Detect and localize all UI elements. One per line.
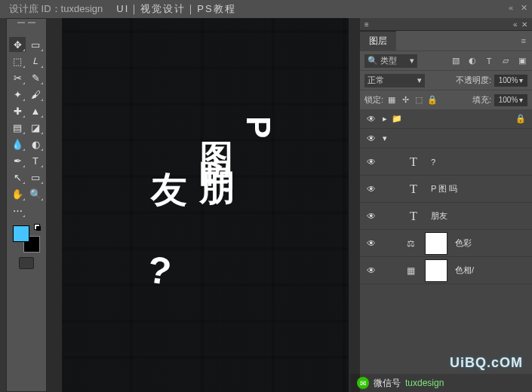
- dock-strip: [0, 18, 6, 392]
- swap-colors-icon[interactable]: [34, 224, 42, 231]
- layer-name: ?: [431, 158, 532, 167]
- hand-tool[interactable]: ✋: [9, 186, 26, 201]
- pen-tool[interactable]: ✒: [9, 153, 26, 168]
- lasso-tool[interactable]: 𝘓: [27, 54, 44, 69]
- document[interactable]: 朋友 P 图 吗 ?: [62, 18, 349, 392]
- layer-row[interactable]: 👁T?: [360, 149, 532, 176]
- chevron-down-icon: ▾: [417, 75, 422, 85]
- wechat-icon: ✉: [357, 377, 369, 389]
- lock-position-icon[interactable]: ✢: [400, 95, 411, 106]
- move-tool[interactable]: ✥: [9, 37, 26, 52]
- top-bar: 设计庶 ID：tuxdesign UI｜视觉设计｜PS教程: [0, 0, 532, 18]
- layer-row[interactable]: 👁T朋友: [360, 203, 532, 230]
- watermark: UiBQ.cOM: [450, 355, 523, 371]
- page-subtitle: UI｜视觉设计｜PS教程: [116, 2, 235, 16]
- layer-row[interactable]: 👁⚖色彩: [360, 230, 532, 257]
- filter-kind-select[interactable]: 🔍 类型 ▾: [364, 54, 417, 68]
- adjustment-icon: ▦: [404, 264, 417, 277]
- blur-tool[interactable]: 💧: [9, 136, 26, 152]
- layer-list: 👁▸📁🔒👁▾👁T?👁TP 图 吗👁T朋友👁⚖色彩👁▦色相/: [360, 109, 532, 392]
- tab-layers[interactable]: 图层: [360, 31, 396, 51]
- chevron-down-icon[interactable]: ▾: [383, 133, 387, 143]
- layer-row[interactable]: 👁▾: [360, 129, 532, 149]
- color-swatches[interactable]: [11, 224, 42, 254]
- dodge-tool[interactable]: ◐: [27, 136, 44, 152]
- panel-close-icon[interactable]: ✕: [521, 20, 527, 29]
- healing-tool[interactable]: ✚: [9, 103, 26, 118]
- layer-mask-thumb[interactable]: [425, 259, 447, 282]
- eraser-tool[interactable]: ◪: [27, 120, 44, 135]
- artboard-tool[interactable]: ▭: [27, 37, 44, 52]
- fill-input[interactable]: 100%▾: [494, 94, 527, 106]
- edit-toolbar[interactable]: ⋯: [9, 203, 26, 218]
- panel-collapse-icon[interactable]: «: [513, 20, 518, 29]
- visibility-toggle[interactable]: 👁: [360, 265, 383, 276]
- layer-row[interactable]: 👁TP 图 吗: [360, 176, 532, 203]
- layer-filter-row: 🔍 类型 ▾ ▧ ◐ T ▱ ▣: [360, 51, 532, 70]
- crop-tool[interactable]: ✂: [9, 70, 26, 85]
- text-question-mark: ?: [145, 247, 174, 294]
- layer-row[interactable]: 👁▦色相/: [360, 257, 532, 284]
- quick-mask-toggle[interactable]: [19, 257, 34, 269]
- fill-label: 填充:: [472, 94, 491, 106]
- footer-bar: ✉ 微信号 tuxdesign: [351, 374, 532, 392]
- filter-shape-icon[interactable]: ▱: [500, 56, 511, 66]
- visibility-toggle[interactable]: 👁: [360, 211, 383, 222]
- text-column-1: 朋友: [145, 143, 241, 149]
- visibility-toggle[interactable]: 👁: [360, 133, 383, 144]
- lock-artboard-icon[interactable]: ⬚: [414, 95, 424, 106]
- layer-row[interactable]: 👁▸📁🔒: [360, 109, 532, 129]
- folder-icon: 📁: [392, 114, 402, 124]
- marquee-tool[interactable]: ⬚: [9, 54, 26, 69]
- panel-grip-icon[interactable]: ≡: [364, 20, 369, 29]
- stamp-tool[interactable]: ▲: [27, 103, 44, 118]
- zoom-tool[interactable]: 🔍: [27, 186, 44, 201]
- eyedropper-tool[interactable]: ✎: [27, 70, 44, 85]
- layer-name: P 图 吗: [431, 183, 532, 194]
- filter-smart-icon[interactable]: ▣: [517, 56, 527, 66]
- filter-kind-label: 类型: [380, 55, 397, 66]
- blend-row: 正常 ▾ 不透明度: 100%▾: [360, 70, 532, 90]
- chevron-down-icon: ▾: [519, 96, 523, 104]
- opacity-input[interactable]: 100%▾: [494, 75, 527, 87]
- panel-menu-icon[interactable]: ≡: [521, 36, 526, 45]
- blend-mode-select[interactable]: 正常 ▾: [364, 74, 425, 87]
- text-column-2: P 图 吗: [195, 116, 277, 142]
- path-tool[interactable]: ↖: [9, 170, 26, 185]
- filter-type-icon[interactable]: T: [484, 56, 494, 66]
- layer-name: 朋友: [431, 210, 532, 222]
- right-panel: ≡ « ✕ 图层 ≡ 🔍 类型 ▾ ▧ ◐ T ▱ ▣: [360, 18, 532, 392]
- foreground-color[interactable]: [13, 225, 29, 242]
- lock-row: 锁定: ▦ ✢ ⬚ 🔒 填充: 100%▾: [360, 90, 532, 109]
- type-layer-icon: T: [404, 207, 423, 226]
- close-icon[interactable]: ✕: [521, 3, 527, 13]
- brush-tool[interactable]: 🖌: [27, 87, 44, 102]
- filter-pixel-icon[interactable]: ▧: [451, 56, 461, 66]
- toolbox-grip[interactable]: [7, 22, 46, 32]
- layer-name: 色彩: [455, 237, 532, 249]
- footer-handle: tuxdesign: [405, 378, 444, 388]
- shape-tool[interactable]: ▭: [27, 170, 44, 185]
- search-icon: 🔍: [367, 56, 378, 66]
- gradient-tool[interactable]: ▤: [9, 120, 26, 135]
- chevron-down-icon: ▾: [410, 56, 414, 66]
- adjustment-icon: ⚖: [404, 237, 417, 250]
- wand-tool[interactable]: ✦: [9, 87, 26, 102]
- layer-name: 色相/: [455, 265, 532, 276]
- visibility-toggle[interactable]: 👁: [360, 157, 383, 167]
- layer-mask-thumb[interactable]: [425, 232, 447, 255]
- chevron-right-icon[interactable]: ▸: [383, 114, 387, 124]
- lock-pixels-icon[interactable]: ▦: [386, 95, 397, 106]
- collapse-icon[interactable]: «: [509, 3, 513, 13]
- filter-adjust-icon[interactable]: ◐: [467, 56, 478, 66]
- panel-tabs: 图层 ≡: [360, 31, 532, 51]
- visibility-toggle[interactable]: 👁: [360, 114, 383, 124]
- lock-all-icon[interactable]: 🔒: [427, 95, 438, 106]
- visibility-toggle[interactable]: 👁: [360, 184, 383, 194]
- type-tool[interactable]: T: [27, 153, 44, 168]
- visibility-toggle[interactable]: 👁: [360, 238, 383, 249]
- lock-label: 锁定:: [364, 94, 383, 106]
- author-id: 设计庶 ID：tuxdesign: [9, 2, 103, 16]
- lock-icon: 🔒: [515, 114, 526, 124]
- footer-label: 微信号: [374, 377, 401, 390]
